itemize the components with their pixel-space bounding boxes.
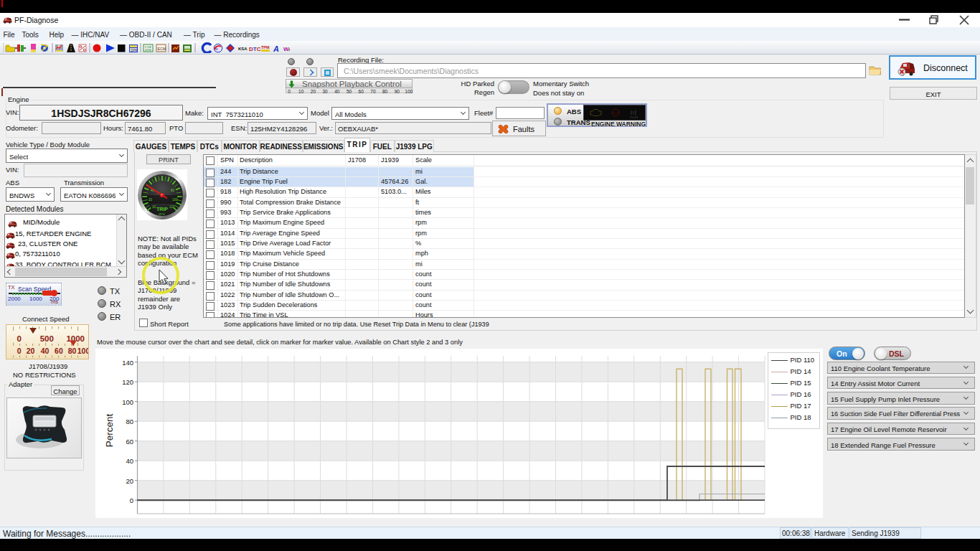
svg-text:80: 80	[171, 189, 175, 192]
svg-text:A: A	[273, 44, 279, 53]
svg-text:0: 0	[130, 496, 133, 504]
svg-text:TPM: TPM	[261, 45, 270, 50]
svg-text:0: 0	[17, 334, 21, 343]
svg-text:KSA: KSA	[238, 47, 248, 51]
svg-text:120: 120	[122, 378, 133, 386]
svg-text:10: 10	[152, 205, 156, 209]
svg-text:20: 20	[126, 477, 133, 485]
svg-text:20: 20	[27, 347, 35, 355]
svg-text:MPH: MPH	[159, 212, 165, 216]
svg-text:e: e	[216, 47, 218, 51]
svg-text:0: 0	[17, 347, 22, 355]
svg-text:Percent: Percent	[104, 413, 115, 447]
svg-text:140: 140	[122, 359, 133, 367]
svg-text:80: 80	[68, 347, 77, 355]
svg-text:ECM: ECM	[158, 47, 166, 51]
svg-text:1939: 1939	[145, 48, 152, 52]
svg-text:60: 60	[55, 347, 63, 355]
svg-text:ENGINE: ENGINE	[630, 116, 639, 119]
svg-text:TRIP: TRIP	[156, 207, 168, 212]
svg-text:40: 40	[41, 347, 50, 355]
svg-text:DPR: DPR	[131, 49, 138, 52]
svg-text:100: 100	[77, 347, 88, 355]
svg-text:100: 100	[122, 398, 133, 406]
svg-text:60: 60	[126, 438, 133, 446]
svg-text:A: A	[288, 46, 290, 52]
svg-text:20: 20	[149, 198, 153, 202]
svg-text:100: 100	[172, 198, 178, 202]
svg-text:120: 120	[169, 205, 175, 209]
svg-text:500: 500	[40, 334, 54, 343]
svg-text:80: 80	[126, 418, 133, 425]
svg-text:40: 40	[126, 457, 133, 465]
svg-text:DTC: DTC	[249, 46, 261, 52]
svg-text:STOP: STOP	[613, 112, 620, 115]
